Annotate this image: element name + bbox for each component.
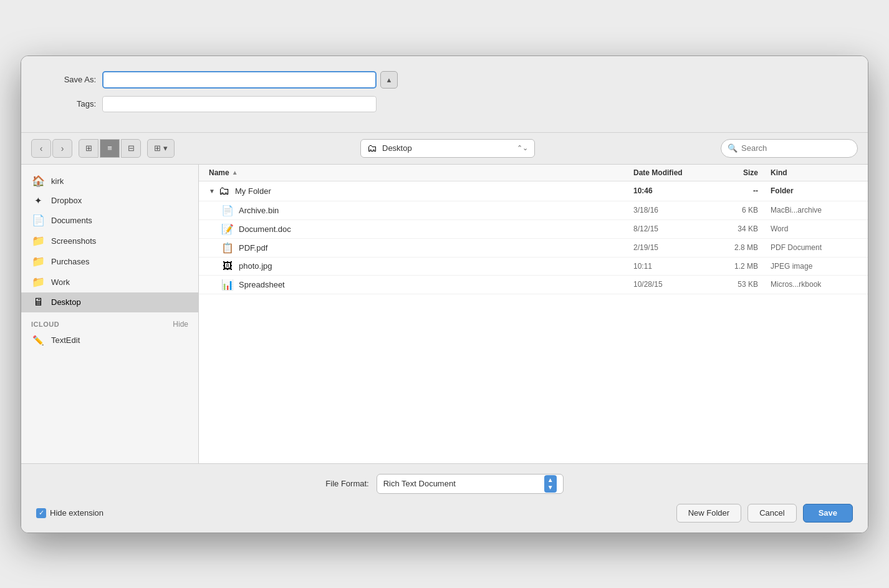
save-as-row: Save As: Untitled ▲ <box>46 71 843 89</box>
file-icon-0: 📄 <box>221 205 234 216</box>
arrange-button[interactable]: ⊞ ▾ <box>147 139 175 158</box>
sidebar-item-textedit[interactable]: ✏️ TextEdit <box>21 331 198 350</box>
file-date-2: 2/19/15 <box>633 243 708 252</box>
cancel-button[interactable]: Cancel <box>747 504 796 523</box>
file-icon-3: 🖼 <box>221 261 234 272</box>
hide-extension-wrap: ✓ Hide extension <box>36 508 103 518</box>
sort-arrow-icon: ▲ <box>232 169 238 176</box>
file-name-2: PDF.pdf <box>239 243 267 253</box>
save-as-input-wrap: Untitled ▲ <box>102 71 398 89</box>
sidebar-label-screenshots: Screenshots <box>51 236 96 246</box>
file-list-area: Name ▲ Date Modified Size Kind ▼ 🗂 My Fo… <box>199 165 868 463</box>
sidebar-label-desktop: Desktop <box>51 297 81 307</box>
file-format-select[interactable]: Rich Text Document ▲ ▼ <box>377 474 564 494</box>
triangle-icon: ▼ <box>209 188 216 195</box>
columns-icon: ⊟ <box>128 143 135 153</box>
select-arrows-icon: ▲ ▼ <box>544 475 557 493</box>
search-wrap: 🔍 <box>721 139 858 158</box>
view-columns-button[interactable]: ⊟ <box>121 139 141 158</box>
expand-button[interactable]: ▲ <box>380 71 398 89</box>
col-kind-header[interactable]: Kind <box>758 168 858 177</box>
sidebar-item-documents[interactable]: 📄 Documents <box>21 210 198 231</box>
hide-extension-label: Hide extension <box>50 508 103 518</box>
folder-blue-icon: 🗂 <box>219 185 230 198</box>
file-row-0[interactable]: 📄 Archive.bin 3/18/16 6 KB MacBi...archi… <box>199 201 868 220</box>
file-name-wrap-0: 📄 Archive.bin <box>221 205 633 216</box>
sidebar-item-purchases[interactable]: 📁 Purchases <box>21 251 198 272</box>
list-icon: ≡ <box>107 143 112 153</box>
file-name-wrap-1: 📝 Document.doc <box>221 223 633 235</box>
file-icon-2: 📋 <box>221 242 234 254</box>
action-row: ✓ Hide extension New Folder Cancel Save <box>36 504 853 523</box>
sidebar-item-desktop[interactable]: 🖥 Desktop <box>21 292 198 312</box>
sidebar-label-kirk: kirk <box>51 176 64 186</box>
sidebar-item-screenshots[interactable]: 📁 Screenshots <box>21 231 198 251</box>
file-size-0: 6 KB <box>708 206 758 214</box>
sidebar-item-dropbox[interactable]: ✦ Dropbox <box>21 191 198 210</box>
file-name-4: Spreadsheet <box>239 280 285 289</box>
folder-kind: Folder <box>758 186 858 195</box>
save-dialog: Save As: Untitled ▲ Tags: ‹ › ⊞ <box>21 55 868 533</box>
file-row-2[interactable]: 📋 PDF.pdf 2/19/15 2.8 MB PDF Document <box>199 239 868 258</box>
location-text: Desktop <box>382 143 512 153</box>
desktop-icon: 🖥 <box>31 296 45 309</box>
search-input[interactable] <box>741 143 851 153</box>
file-row-4[interactable]: 📊 Spreadsheet 10/28/15 53 KB Micros...rk… <box>199 276 868 294</box>
col-size-header[interactable]: Size <box>708 168 758 177</box>
sidebar-item-kirk[interactable]: 🏠 kirk <box>21 171 198 191</box>
top-section: Save As: Untitled ▲ Tags: <box>21 56 868 133</box>
icloud-section-header: iCloud Hide <box>21 312 198 331</box>
file-size-3: 1.2 MB <box>708 262 758 271</box>
grid-icon: ⊞ <box>85 143 92 153</box>
file-name-3: photo.jpg <box>239 261 272 271</box>
chevron-up-icon: ▲ <box>386 76 393 84</box>
location-dropdown[interactable]: 🗂 Desktop ⌃⌄ <box>360 139 535 158</box>
search-icon: 🔍 <box>728 143 738 153</box>
save-as-label: Save As: <box>46 75 96 84</box>
file-kind-0: MacBi...archive <box>758 206 858 214</box>
file-kind-3: JPEG image <box>758 262 858 271</box>
file-list-header: Name ▲ Date Modified Size Kind <box>199 165 868 181</box>
sidebar-item-work[interactable]: 📁 Work <box>21 272 198 292</box>
forward-button[interactable]: › <box>52 139 72 158</box>
dropbox-icon: ✦ <box>31 195 45 206</box>
col-name-header[interactable]: Name ▲ <box>209 168 633 177</box>
file-name-wrap-4: 📊 Spreadsheet <box>221 279 633 291</box>
tags-input[interactable] <box>102 96 377 112</box>
file-format-row: File Format: Rich Text Document ▲ ▼ <box>36 474 853 494</box>
back-button[interactable]: ‹ <box>31 139 51 158</box>
work-icon: 📁 <box>31 276 45 289</box>
bottom-bar: File Format: Rich Text Document ▲ ▼ ✓ Hi… <box>21 464 868 533</box>
location-wrap: 🗂 Desktop ⌃⌄ <box>181 139 714 158</box>
icloud-hide-button[interactable]: Hide <box>173 320 188 329</box>
file-name-wrap-3: 🖼 photo.jpg <box>221 261 633 272</box>
hide-extension-checkbox[interactable]: ✓ <box>36 508 46 518</box>
new-folder-button[interactable]: New Folder <box>676 504 741 523</box>
nav-buttons: ‹ › <box>31 139 72 158</box>
file-size-4: 53 KB <box>708 280 758 289</box>
file-kind-4: Micros...rkbook <box>758 280 858 289</box>
file-name-wrap-2: 📋 PDF.pdf <box>221 242 633 254</box>
sidebar-label-work: Work <box>51 277 70 287</box>
documents-icon: 📄 <box>31 214 45 227</box>
textedit-icon: ✏️ <box>31 335 45 346</box>
file-row-1[interactable]: 📝 Document.doc 8/12/15 34 KB Word <box>199 220 868 239</box>
view-list-button[interactable]: ≡ <box>100 139 120 158</box>
save-button[interactable]: Save <box>803 504 853 523</box>
file-row-3[interactable]: 🖼 photo.jpg 10:11 1.2 MB JPEG image <box>199 258 868 276</box>
arrange-arrow-icon: ▾ <box>163 143 168 153</box>
file-kind-1: Word <box>758 224 858 233</box>
file-date-1: 8/12/15 <box>633 224 708 233</box>
col-date-header[interactable]: Date Modified <box>633 168 708 177</box>
screenshots-icon: 📁 <box>31 234 45 248</box>
file-size-2: 2.8 MB <box>708 243 758 252</box>
forward-icon: › <box>61 143 64 153</box>
save-as-input[interactable]: Untitled <box>102 71 377 89</box>
folder-row-myfolder[interactable]: ▼ 🗂 My Folder 10:46 -- Folder <box>199 181 868 201</box>
icloud-label: iCloud <box>31 321 59 328</box>
file-format-value: Rich Text Document <box>383 479 456 488</box>
file-date-3: 10:11 <box>633 262 708 271</box>
file-name-1: Document.doc <box>239 224 291 234</box>
view-icon-button[interactable]: ⊞ <box>79 139 99 158</box>
file-date-4: 10/28/15 <box>633 280 708 289</box>
